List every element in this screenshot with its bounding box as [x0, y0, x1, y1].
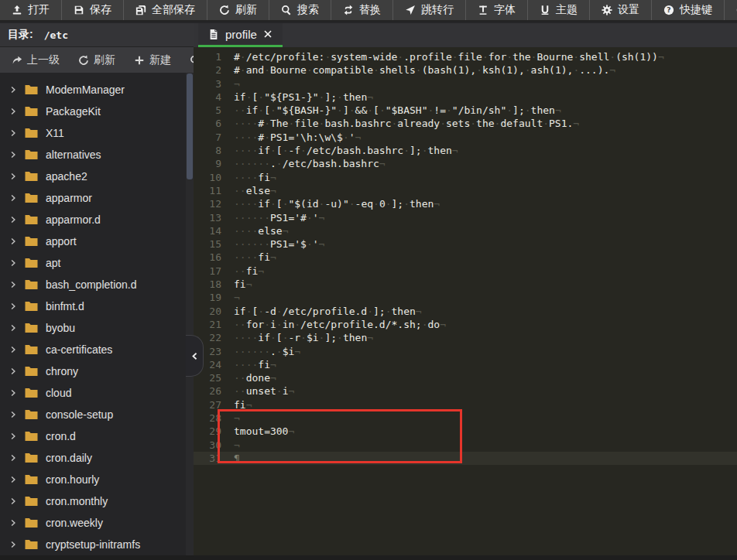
code-line-11[interactable]: 11··else¬ — [194, 184, 737, 197]
code-line-31[interactable]: 31¶ — [194, 452, 737, 465]
code-line-24[interactable]: 24····fi¬ — [194, 358, 737, 371]
line-content: ··else¬ — [221, 184, 276, 197]
font-button[interactable]: 字体 — [466, 0, 528, 20]
folder-icon — [25, 106, 38, 117]
tab-profile[interactable]: profile — [198, 23, 283, 47]
code-line-9[interactable]: 9······.·/etc/bash.bashrc¬ — [194, 157, 737, 170]
close-icon[interactable] — [263, 29, 273, 39]
tree-item-cloud[interactable]: cloud — [0, 382, 186, 404]
new-button[interactable]: 新建 — [127, 50, 178, 70]
code-line-18[interactable]: 18fi¬ — [194, 278, 737, 291]
folder-icon — [25, 279, 38, 290]
tree-refresh-button[interactable]: 刷新 — [71, 50, 122, 70]
code-line-27[interactable]: 27fi¬ — [194, 398, 737, 411]
code-line-16[interactable]: 16····fi¬ — [194, 251, 737, 264]
code-line-5[interactable]: 5··if·[·"${BASH-}"·]·&&·[·"$BASH"·!=·"/b… — [194, 104, 737, 117]
line-number: 11 — [194, 184, 221, 197]
sidebar-scrollbar-thumb[interactable] — [187, 73, 193, 179]
code-line-25[interactable]: 25··done¬ — [194, 371, 737, 384]
line-number: 6 — [194, 117, 221, 130]
code-line-13[interactable]: 13······PS1='#·'¬ — [194, 211, 737, 224]
goto-line-icon — [405, 5, 416, 15]
code-line-26[interactable]: 26··unset·i¬ — [194, 384, 737, 398]
code-line-30[interactable]: 30¬ — [194, 439, 737, 452]
tree-item-binfmt.d[interactable]: binfmt.d — [0, 295, 186, 317]
settings-button[interactable]: 设置 — [590, 0, 652, 20]
goto-line-button[interactable]: 跳转行 — [393, 0, 466, 20]
tree-item-alternatives[interactable]: alternatives — [0, 144, 186, 166]
tree-item-cryptsetup-initramfs[interactable]: cryptsetup-initramfs — [0, 534, 186, 555]
code-editor[interactable]: 1#·/etc/profile:·system-wide·.profile·fi… — [194, 47, 737, 555]
code-line-1[interactable]: 1#·/etc/profile:·system-wide·.profile·fi… — [194, 50, 737, 63]
code-line-2[interactable]: 2#·and·Bourne·compatible·shells·(bash(1)… — [194, 63, 737, 77]
chevron-right-icon — [9, 302, 17, 310]
code-line-7[interactable]: 7····#·PS1='\h:\w\$·'¬ — [194, 131, 737, 144]
search-button[interactable]: 搜索 — [269, 0, 331, 20]
tree-item-apt[interactable]: apt — [0, 252, 186, 274]
tree-item-bash_completion.d[interactable]: bash_completion.d — [0, 274, 186, 295]
sidebar-scrollbar[interactable] — [186, 73, 194, 555]
code-line-23[interactable]: 23······.·$i¬ — [194, 345, 737, 358]
line-number: 28 — [194, 411, 221, 425]
code-line-10[interactable]: 10····fi¬ — [194, 171, 737, 184]
svg-text:?: ? — [667, 5, 670, 14]
code-line-22[interactable]: 22····if·[·-r·$i·];·then¬ — [194, 331, 737, 344]
sidebar-collapse-handle[interactable] — [186, 335, 204, 377]
file-history-button[interactable]: 文件历史记录 — [725, 0, 737, 20]
chevron-right-icon — [9, 129, 17, 137]
tree-item-ModemManager[interactable]: ModemManager — [0, 79, 186, 101]
shortcuts-button[interactable]: ?快捷键 — [652, 0, 725, 20]
code-line-29[interactable]: 29tmout=300¬ — [194, 425, 737, 438]
save-button-label: 保存 — [90, 3, 111, 17]
theme-button[interactable]: 主题 — [528, 0, 590, 20]
tree-item-chrony[interactable]: chrony — [0, 360, 186, 382]
newline-mark: ¬ — [270, 372, 276, 384]
code-line-8[interactable]: 8····if·[·-f·/etc/bash.bashrc·];·then¬ — [194, 144, 737, 157]
code-line-14[interactable]: 14····else¬ — [194, 224, 737, 237]
newline-mark: ¬ — [573, 118, 579, 129]
save-all-button[interactable]: 全部保存 — [124, 0, 207, 20]
tree-item-cron.hourly[interactable]: cron.hourly — [0, 469, 186, 490]
save-button[interactable]: 保存 — [62, 0, 124, 20]
replace-button[interactable]: 替换 — [331, 0, 393, 20]
code-line-6[interactable]: 6····#·The·file·bash.bashrc·already·sets… — [194, 117, 737, 130]
code-line-12[interactable]: 12····if·[·"$(id·-u)"·-eq·0·];·then¬ — [194, 197, 737, 210]
code-line-4[interactable]: 4if·[·"${PS1-}"·];·then¬ — [194, 90, 737, 104]
code-line-20[interactable]: 20if·[·-d·/etc/profile.d·];·then¬ — [194, 305, 737, 318]
search-button-label: 搜索 — [297, 3, 319, 17]
newline-mark: ¬ — [270, 251, 276, 263]
refresh-button[interactable]: 刷新 — [207, 0, 269, 20]
code-line-28[interactable]: 28¬ — [194, 411, 737, 425]
code-line-15[interactable]: 15······PS1='$·'¬ — [194, 237, 737, 251]
bottom-scrollbar-track[interactable] — [0, 555, 737, 560]
tree-item-cron.d[interactable]: cron.d — [0, 425, 186, 447]
code-line-17[interactable]: 17··fi¬ — [194, 265, 737, 278]
tree-item-byobu[interactable]: byobu — [0, 317, 186, 339]
newline-mark: ¬ — [367, 91, 373, 103]
tree-item-apparmor.d[interactable]: apparmor.d — [0, 209, 186, 230]
tree-item-apparmor[interactable]: apparmor — [0, 187, 186, 209]
up-level-button[interactable]: 上一级 — [5, 50, 67, 70]
code-line-3[interactable]: 3¬ — [194, 77, 737, 90]
code-line-21[interactable]: 21··for·i·in·/etc/profile.d/*.sh;·do¬ — [194, 318, 737, 331]
tree-item-ca-certificates[interactable]: ca-certificates — [0, 339, 186, 360]
tree-item-console-setup[interactable]: console-setup — [0, 404, 186, 425]
newline-mark: ¬ — [246, 399, 252, 411]
chevron-right-icon — [9, 172, 17, 180]
line-content: ····#·PS1='\h:\w\$·'¬ — [221, 131, 361, 144]
tree-item-cron.weekly[interactable]: cron.weekly — [0, 512, 186, 534]
tree-item-PackageKit[interactable]: PackageKit — [0, 101, 186, 122]
newline-mark: ¬ — [234, 78, 240, 90]
line-content: ····fi¬ — [221, 251, 276, 264]
line-content: #·and·Bourne·compatible·shells·(bash(1),… — [221, 63, 615, 77]
settings-button-label: 设置 — [618, 3, 639, 17]
tree-item-apport[interactable]: apport — [0, 230, 186, 252]
code-line-19[interactable]: 19¬ — [194, 291, 737, 304]
tree-item-cron.daily[interactable]: cron.daily — [0, 447, 186, 469]
tree-item-X11[interactable]: X11 — [0, 122, 186, 144]
open-button[interactable]: 打开 — [0, 0, 62, 20]
folder-icon — [25, 258, 38, 268]
tree-item-cron.monthly[interactable]: cron.monthly — [0, 490, 186, 512]
tree-item-apache2[interactable]: apache2 — [0, 166, 186, 187]
shortcuts-button-label: 快捷键 — [680, 3, 712, 17]
